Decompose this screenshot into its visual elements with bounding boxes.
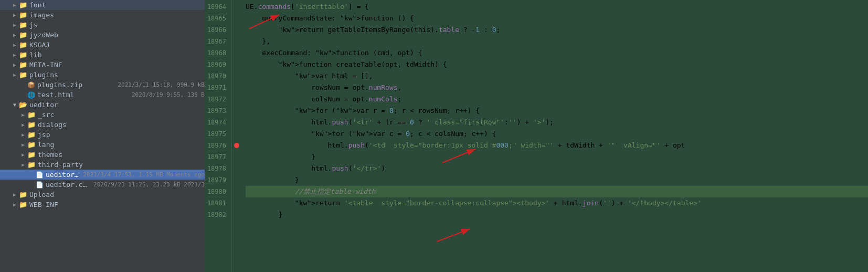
folder-icon: 📁	[19, 1, 27, 9]
code-line: }	[246, 151, 868, 163]
code-line: "kw">return getTableItemsByRange(this).t…	[246, 24, 868, 36]
tree-item-META-INF[interactable]: ▶📁META-INF	[0, 60, 205, 70]
folder-icon: 📁	[27, 131, 36, 139]
gutter-mark	[232, 174, 241, 186]
tree-item-images[interactable]: ▶📁images	[0, 10, 205, 20]
gutter-mark	[232, 209, 241, 221]
folder-icon: 📁	[19, 71, 27, 79]
tree-item-Upload[interactable]: ▶📁Upload	[0, 190, 205, 200]
tree-label-META-INF: META-INF	[29, 61, 205, 69]
file-tree[interactable]: ▶📁font▶📁images▶📁js▶📁jyzdWeb▶📁KSGAJ▶📁lib▶…	[0, 0, 205, 272]
folder-icon: 📁	[27, 111, 36, 119]
tree-arrow-images: ▶	[10, 12, 19, 18]
code-line: },	[246, 36, 868, 47]
folder-icon: 📁	[19, 191, 27, 198]
tree-item-plugins[interactable]: ▶📁plugins	[0, 70, 205, 80]
tree-label-lang: lang	[38, 141, 205, 149]
gutter-mark	[232, 36, 241, 47]
tree-arrow-dialogs: ▶	[19, 122, 27, 128]
tree-item-jsp[interactable]: ▶📁jsp	[0, 130, 205, 140]
tree-label-dialogs: dialogs	[38, 121, 205, 129]
code-line: colsNum = opt.numCols;	[246, 93, 868, 105]
tree-item-ueditor.config.js[interactable]: 📄ueditor.config.js2020/9/23 11:25, 23.23…	[0, 180, 205, 190]
gutter-mark	[232, 117, 241, 128]
file-icon-html: 🌐	[27, 91, 35, 99]
code-line: "kw">function createTable(opt, tdWidth) …	[246, 59, 868, 70]
line-number: 18968	[205, 47, 226, 59]
tree-arrow-jsp: ▶	[19, 132, 27, 138]
tree-label-themes: themes	[38, 151, 205, 159]
line-number: 18977	[205, 151, 226, 163]
tree-item-dialogs[interactable]: ▶📁dialogs	[0, 120, 205, 130]
tree-item-ueditor[interactable]: ▼📂ueditor	[0, 100, 205, 110]
folder-icon: 📁	[27, 141, 36, 149]
gutter-mark	[232, 1, 241, 13]
tree-arrow-plugins: ▶	[10, 72, 19, 78]
line-number: 18976	[205, 140, 226, 151]
gutter-mark	[232, 197, 241, 209]
tree-item-WEB-INF[interactable]: ▶📁WEB-INF	[0, 200, 205, 210]
tree-label-plugins.zip: plugins.zip	[37, 81, 114, 89]
tree-item-plugins.zip[interactable]: 📦plugins.zip2021/3/11 15:18, 990.9 kB	[0, 80, 205, 90]
tree-label-ueditor: ueditor	[29, 101, 205, 109]
tree-item-ueditor.all.js[interactable]: 📄ueditor.all.js2021/3/4 17:53, 1.15 MB M…	[0, 170, 205, 180]
gutter-mark	[232, 59, 241, 70]
line-number: 18972	[205, 93, 226, 105]
tree-arrow-META-INF: ▶	[10, 62, 19, 68]
tree-label-jsp: jsp	[38, 131, 205, 139]
folder-icon: 📁	[19, 51, 27, 59]
gutter-mark	[232, 105, 241, 117]
tree-item-third-party[interactable]: ▶📁third-party	[0, 160, 205, 170]
gutter-mark	[232, 186, 241, 197]
tree-item-jyzdWeb[interactable]: ▶📁jyzdWeb	[0, 30, 205, 40]
code-line: execCommand: "kw">function (cmd, opt) {	[246, 47, 868, 59]
line-number: 18975	[205, 128, 226, 140]
tree-arrow-js: ▶	[10, 22, 19, 28]
code-line: rowsNum = opt.numRows,	[246, 82, 868, 93]
tree-label-WEB-INF: WEB-INF	[29, 201, 205, 208]
gutter-mark	[232, 151, 241, 163]
tree-item-test.html[interactable]: 🌐test.html2020/8/19 9:55, 139 B	[0, 90, 205, 100]
folder-icon: 📁	[19, 31, 27, 39]
tree-label-plugins: plugins	[29, 71, 205, 79]
code-content[interactable]: UE.commands['inserttable'] = { queryComm…	[241, 0, 868, 272]
folder-icon: 📁	[27, 161, 36, 169]
tree-item-lang[interactable]: ▶📁lang	[0, 140, 205, 150]
tree-item-lib[interactable]: ▶📁lib	[0, 50, 205, 60]
tree-label-ueditor.all.js: ueditor.all.js	[46, 171, 80, 179]
tree-arrow-WEB-INF: ▶	[10, 202, 19, 207]
tree-meta-ueditor.config.js: 2020/9/23 11:25, 23.23 kB 2021/3	[93, 181, 205, 188]
tree-arrow-ueditor: ▼	[10, 102, 19, 108]
tree-arrow-lib: ▶	[10, 52, 19, 58]
folder-icon: 📁	[19, 201, 27, 208]
line-number: 18971	[205, 82, 226, 93]
code-line: "kw">for ("kw">var r = 0; r < rowsNum; r…	[246, 105, 868, 117]
line-number: 18982	[205, 209, 226, 221]
folder-icon: 📁	[19, 41, 27, 49]
code-line: html.push('<td style="border:1px solid #…	[246, 140, 868, 151]
folder-icon: 📁	[19, 21, 27, 29]
code-line: }	[246, 174, 868, 186]
tree-item-js[interactable]: ▶📁js	[0, 20, 205, 30]
code-line: "kw">for ("kw">var c = 0; c < colsNum; c…	[246, 128, 868, 140]
gutter-mark	[232, 47, 241, 59]
code-line: //禁止指定table-width	[246, 186, 868, 197]
line-number: 18969	[205, 59, 226, 70]
tree-label-images: images	[29, 11, 205, 19]
tree-item-themes[interactable]: ▶📁themes	[0, 150, 205, 160]
gutter-mark	[232, 70, 241, 82]
code-editor: 1896418965189661896718968189691897018971…	[205, 0, 868, 272]
gutter-mark	[232, 93, 241, 105]
file-icon-js: 📄	[36, 181, 44, 189]
tree-item-_src[interactable]: ▶📁_src	[0, 110, 205, 120]
line-number: 18973	[205, 105, 226, 117]
line-number: 18964	[205, 1, 226, 13]
gutter-mark	[232, 82, 241, 93]
gutter-mark	[232, 13, 241, 24]
tree-item-font[interactable]: ▶📁font	[0, 0, 205, 10]
tree-arrow-Upload: ▶	[10, 192, 19, 197]
tree-arrow-lang: ▶	[19, 142, 27, 148]
tree-item-KSGAJ[interactable]: ▶📁KSGAJ	[0, 40, 205, 50]
gutter-mark	[232, 128, 241, 140]
code-line: "kw">var html = [],	[246, 70, 868, 82]
